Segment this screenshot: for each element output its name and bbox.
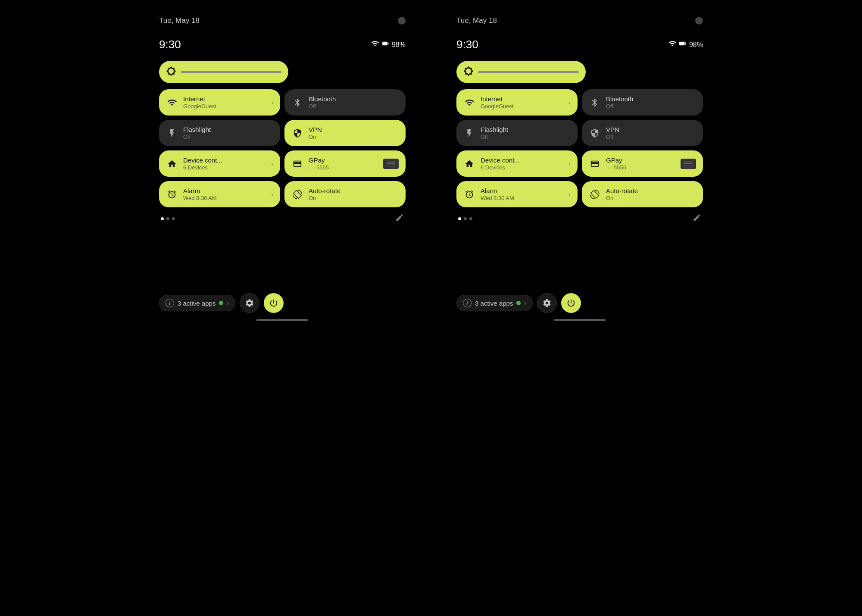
tile-icon-device-control (463, 158, 475, 170)
brightness-bar[interactable] (456, 61, 586, 83)
tile-alarm[interactable]: Alarm Wed 8:30 AM › (456, 181, 578, 207)
tile-text-flashlight: Flashlight Off (481, 126, 571, 140)
tile-icon-alarm (166, 188, 178, 200)
tile-subtitle-autorotate: On (309, 195, 399, 201)
quick-tiles-grid: Internet GoogleGuest › Bluetooth Off Fla… (159, 89, 406, 207)
tile-gpay[interactable]: GPay ···· 5555 (284, 150, 406, 177)
brightness-row[interactable] (159, 61, 406, 83)
tile-text-internet: Internet GoogleGuest (183, 95, 266, 109)
tile-subtitle-bluetooth: Off (309, 103, 399, 109)
page-dots (161, 217, 175, 220)
tile-title-flashlight: Flashlight (183, 126, 273, 134)
tile-flashlight[interactable]: Flashlight Off (159, 120, 280, 146)
tile-title-device-control: Device cont... (481, 156, 563, 164)
tile-title-autorotate: Auto-rotate (606, 187, 696, 195)
tile-text-internet: Internet GoogleGuest (481, 95, 563, 109)
dot-2[interactable] (464, 217, 467, 220)
tile-title-flashlight: Flashlight (481, 126, 571, 134)
brightness-slider[interactable] (478, 71, 579, 73)
active-apps-pill[interactable]: i 3 active apps › (456, 295, 533, 311)
settings-button[interactable] (240, 293, 259, 313)
tile-internet[interactable]: Internet GoogleGuest › (456, 89, 578, 116)
tile-autorotate[interactable]: Auto-rotate On (284, 181, 406, 207)
power-button[interactable] (561, 293, 581, 313)
brightness-icon (166, 66, 176, 78)
camera-dot (695, 17, 703, 25)
tile-text-device-control: Device cont... 6 Devices (183, 156, 266, 171)
dot-3[interactable] (172, 217, 175, 220)
phone-panel-left: Tue, May 18 9:30 98% Int (149, 9, 416, 335)
active-apps-text: 3 active apps (178, 300, 216, 307)
tile-icon-internet (463, 97, 475, 109)
tile-device-control[interactable]: Device cont... 6 Devices › (159, 150, 280, 177)
brightness-slider[interactable] (181, 71, 281, 73)
battery-icon (679, 40, 687, 50)
tile-subtitle-alarm: Wed 8:30 AM (481, 195, 563, 201)
pagination-row (159, 213, 406, 224)
edit-icon[interactable] (693, 213, 701, 224)
tile-icon-gpay (291, 158, 303, 170)
tile-vpn[interactable]: VPN Off (582, 120, 703, 146)
tile-subtitle-gpay: ···· 5555 (606, 164, 675, 171)
tile-icon-bluetooth (291, 97, 303, 109)
settings-button[interactable] (537, 293, 557, 313)
bottom-bar: i 3 active apps › (456, 293, 703, 313)
tile-subtitle-internet: GoogleGuest (481, 103, 563, 109)
power-button[interactable] (264, 293, 284, 313)
tile-title-gpay: GPay (606, 156, 675, 164)
tile-flashlight[interactable]: Flashlight Off (456, 120, 578, 146)
dot-1[interactable] (161, 217, 164, 220)
tile-vpn[interactable]: VPN On (284, 120, 406, 146)
dot-2[interactable] (166, 217, 169, 220)
chevron-right-icon: › (271, 160, 273, 167)
tile-title-alarm: Alarm (183, 187, 266, 195)
svg-rect-7 (685, 43, 686, 44)
tile-bluetooth[interactable]: Bluetooth Off (582, 89, 703, 116)
quick-tiles-grid: Internet GoogleGuest › Bluetooth Off Fla… (456, 89, 703, 207)
tile-bluetooth[interactable]: Bluetooth Off (284, 89, 406, 116)
tile-text-bluetooth: Bluetooth Off (606, 95, 696, 109)
main-container: Tue, May 18 9:30 98% Int (0, 0, 862, 335)
tile-device-control[interactable]: Device cont... 6 Devices › (456, 150, 578, 177)
tile-text-gpay: GPay ···· 5555 (309, 156, 378, 171)
wifi-status-icon (668, 40, 676, 50)
info-icon: i (166, 299, 174, 307)
tile-icon-bluetooth (589, 97, 601, 109)
status-date: Tue, May 18 (159, 16, 200, 25)
tile-text-alarm: Alarm Wed 8:30 AM (481, 187, 563, 201)
active-apps-text: 3 active apps (475, 300, 513, 307)
chevron-right-icon: › (568, 191, 571, 198)
chevron-right-icon: › (568, 99, 571, 106)
brightness-bar[interactable] (159, 61, 288, 83)
status-bar: Tue, May 18 (456, 16, 703, 25)
phone-panel-right: Tue, May 18 9:30 98% Int (446, 9, 713, 335)
tile-title-device-control: Device cont... (183, 156, 266, 164)
svg-rect-9 (684, 163, 692, 164)
status-icons: 98% (371, 40, 406, 50)
tile-autorotate[interactable]: Auto-rotate On (582, 181, 703, 207)
apps-chevron-icon: › (524, 300, 526, 306)
tile-title-gpay: GPay (309, 156, 378, 164)
tile-text-vpn: VPN On (309, 126, 399, 140)
tile-text-device-control: Device cont... 6 Devices (481, 156, 563, 171)
brightness-row[interactable] (456, 61, 703, 83)
tile-alarm[interactable]: Alarm Wed 8:30 AM › (159, 181, 280, 207)
tile-title-vpn: VPN (309, 126, 399, 134)
active-apps-pill[interactable]: i 3 active apps › (159, 295, 235, 311)
tile-internet[interactable]: Internet GoogleGuest › (159, 89, 280, 116)
home-indicator (554, 319, 606, 321)
svg-rect-1 (382, 42, 387, 45)
svg-rect-6 (680, 42, 684, 45)
edit-icon[interactable] (395, 213, 404, 224)
dot-1[interactable] (458, 217, 461, 220)
chevron-right-icon: › (271, 99, 273, 106)
dot-3[interactable] (469, 217, 472, 220)
tile-gpay[interactable]: GPay ···· 5555 (582, 150, 703, 177)
green-status-dot (516, 301, 521, 305)
status-time: 9:30 (456, 38, 478, 51)
tile-subtitle-autorotate: On (606, 195, 696, 201)
tile-text-vpn: VPN Off (606, 126, 696, 140)
brightness-icon (463, 66, 474, 78)
tile-icon-flashlight (463, 127, 475, 139)
tile-title-bluetooth: Bluetooth (606, 95, 696, 103)
